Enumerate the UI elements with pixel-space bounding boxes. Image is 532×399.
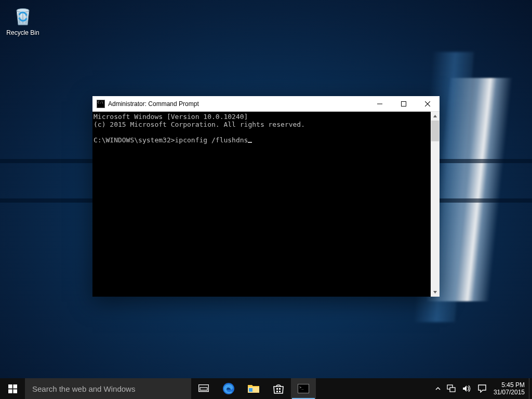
- svg-rect-11: [249, 388, 252, 392]
- svg-rect-3: [8, 384, 12, 389]
- taskbar-app-store[interactable]: [266, 378, 291, 399]
- desktop[interactable]: Recycle Bin Administrator: Command Promp…: [0, 0, 532, 378]
- taskbar-app-file-explorer[interactable]: [241, 378, 266, 399]
- terminal-cursor: [248, 142, 252, 143]
- windows-icon: [8, 384, 17, 393]
- action-center-icon: [478, 384, 486, 393]
- svg-rect-8: [200, 388, 207, 390]
- svg-rect-5: [8, 389, 12, 393]
- taskbar-app-command-prompt[interactable]: >_: [291, 378, 316, 399]
- tray-network-button[interactable]: [444, 378, 459, 399]
- scrollbar-down-button[interactable]: [431, 288, 440, 297]
- tray-time: 5:45 PM: [501, 381, 525, 389]
- svg-rect-4: [13, 384, 17, 389]
- maximize-button[interactable]: [392, 96, 416, 111]
- terminal-prompt: C:\WINDOWS\system32>: [94, 136, 175, 144]
- scrollbar-track[interactable]: [431, 121, 440, 288]
- start-button[interactable]: [0, 378, 25, 399]
- file-explorer-icon: [247, 383, 260, 394]
- desktop-icon-label: Recycle Bin: [3, 29, 43, 36]
- close-button[interactable]: [416, 96, 440, 111]
- terminal-line: Microsoft Windows [Version 10.0.10240]: [94, 113, 248, 121]
- svg-rect-12: [276, 388, 278, 390]
- show-desktop-button[interactable]: [529, 378, 532, 399]
- chevron-up-icon: [435, 386, 441, 391]
- tray-volume-button[interactable]: [459, 378, 475, 399]
- search-input[interactable]: [32, 384, 191, 393]
- tray-clock[interactable]: 5:45 PM 31/07/2015: [489, 378, 529, 399]
- desktop-icon-recycle-bin[interactable]: Recycle Bin: [3, 3, 43, 36]
- window-title: Administrator: Command Prompt: [108, 100, 368, 108]
- svg-text:>_: >_: [299, 385, 304, 390]
- network-icon: [447, 384, 456, 393]
- scrollbar-up-button[interactable]: [431, 112, 440, 121]
- taskbar: >_ 5:45 PM 31/07/2015: [0, 378, 532, 399]
- svg-point-0: [17, 9, 29, 12]
- window-command-prompt[interactable]: Administrator: Command Prompt Microsoft …: [92, 96, 440, 297]
- tray-action-center-button[interactable]: [475, 378, 489, 399]
- store-icon: [273, 383, 284, 394]
- minimize-button[interactable]: [368, 96, 392, 111]
- terminal-line: (c) 2015 Microsoft Corporation. All righ…: [94, 121, 305, 128]
- svg-rect-6: [13, 389, 17, 393]
- tray-date: 31/07/2015: [494, 389, 525, 396]
- wallpaper-decoration: [427, 78, 512, 301]
- cmd-icon: [97, 100, 105, 108]
- tray-overflow-button[interactable]: [432, 378, 444, 399]
- svg-rect-15: [279, 391, 281, 392]
- volume-icon: [462, 384, 472, 393]
- svg-rect-14: [276, 391, 278, 392]
- taskbar-app-edge[interactable]: [216, 378, 241, 399]
- task-view-icon: [198, 384, 209, 393]
- task-view-button[interactable]: [191, 378, 216, 399]
- edge-icon: [222, 382, 235, 395]
- recycle-bin-icon: [10, 3, 35, 28]
- titlebar[interactable]: Administrator: Command Prompt: [92, 96, 440, 112]
- cmd-icon: >_: [298, 384, 309, 393]
- svg-rect-13: [279, 388, 281, 390]
- svg-rect-2: [402, 101, 406, 106]
- svg-rect-19: [450, 388, 455, 392]
- scrollbar-thumb[interactable]: [431, 121, 439, 141]
- scrollbar-vertical[interactable]: [431, 112, 440, 297]
- system-tray: 5:45 PM 31/07/2015: [432, 378, 532, 399]
- terminal-content[interactable]: Microsoft Windows [Version 10.0.10240] (…: [92, 112, 431, 297]
- terminal-command: ipconfig /flushdns: [175, 136, 248, 144]
- search-box[interactable]: [25, 378, 191, 399]
